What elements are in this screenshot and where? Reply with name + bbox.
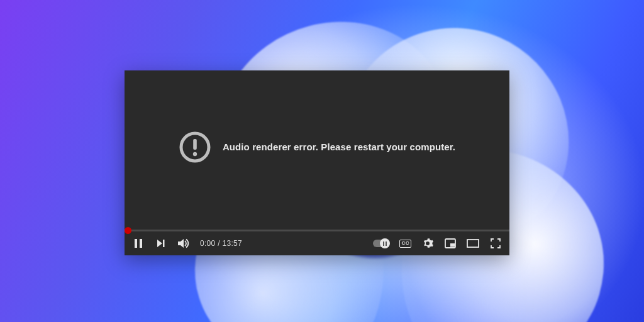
svg-point-2 <box>193 152 197 155</box>
fullscreen-button[interactable] <box>489 237 502 250</box>
svg-marker-7 <box>178 239 184 248</box>
svg-marker-5 <box>157 240 162 247</box>
svg-rect-4 <box>140 239 142 248</box>
next-button[interactable] <box>155 237 167 250</box>
svg-rect-3 <box>135 239 137 248</box>
settings-button[interactable] <box>421 237 434 250</box>
theater-mode-button[interactable] <box>467 237 479 250</box>
player-controls: 0:00 / 13:57 CC <box>125 231 509 255</box>
captions-button[interactable]: CC <box>399 240 411 248</box>
svg-rect-1 <box>193 139 197 150</box>
autoplay-toggle[interactable] <box>373 240 389 247</box>
progress-scrubber[interactable] <box>125 227 131 234</box>
volume-button[interactable] <box>177 237 190 250</box>
time-display: 0:00 / 13:57 <box>200 239 242 248</box>
svg-rect-10 <box>467 240 479 247</box>
svg-rect-6 <box>163 240 165 247</box>
video-player: Audio renderer error. Please restart you… <box>125 70 509 255</box>
error-icon <box>179 131 211 164</box>
error-message: Audio renderer error. Please restart you… <box>223 142 455 152</box>
pause-button[interactable] <box>132 237 145 250</box>
svg-rect-9 <box>450 243 455 247</box>
miniplayer-button[interactable] <box>444 237 457 250</box>
video-content-area[interactable]: Audio renderer error. Please restart you… <box>125 70 509 230</box>
progress-bar[interactable] <box>125 230 509 231</box>
